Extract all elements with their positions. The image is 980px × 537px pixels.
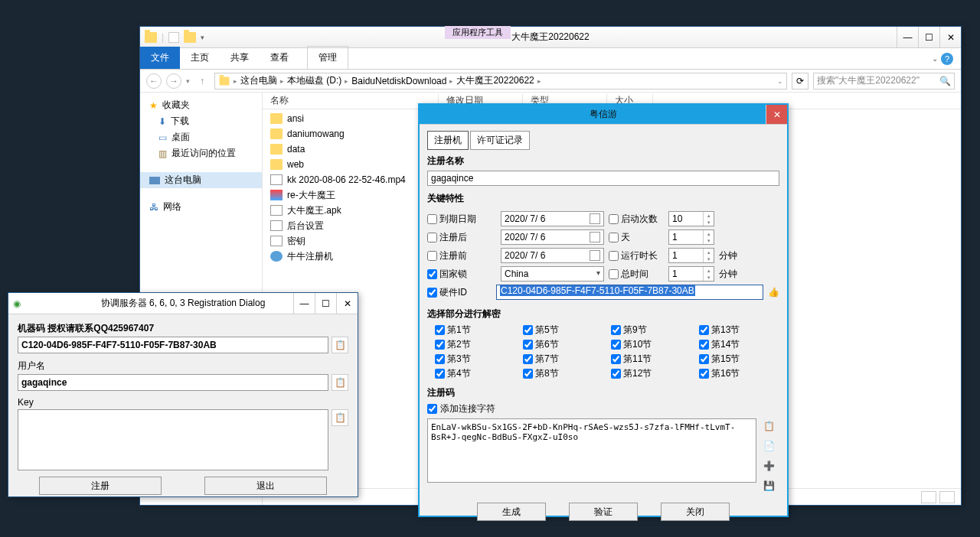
tab-keygen[interactable]: 注册机 [427, 131, 469, 150]
hwid-checkbox[interactable] [427, 288, 437, 298]
hyphen-checkbox[interactable]: 添加连接字符 [427, 402, 779, 415]
add-button[interactable]: ➕ [761, 458, 776, 474]
total-input[interactable]: 1▴▾ [668, 266, 714, 282]
spin-down-icon[interactable]: ▾ [704, 219, 714, 226]
forward-button[interactable]: → [166, 73, 181, 89]
section-checkbox[interactable]: 第2节 [435, 338, 508, 351]
qat-icon[interactable] [168, 32, 179, 43]
folder-icon[interactable] [184, 32, 196, 43]
section-checkbox[interactable]: 第8节 [523, 367, 596, 380]
launches-input[interactable]: 10▴▾ [668, 211, 714, 226]
col-name[interactable]: 名称 [263, 94, 439, 107]
days-checkbox[interactable] [609, 233, 619, 242]
before-date-input[interactable]: 2020/ 7/ 6 [501, 248, 604, 263]
section-checkbox[interactable]: 第13节 [699, 324, 772, 337]
view-icons-button[interactable] [939, 491, 955, 503]
spin-down-icon[interactable]: ▾ [704, 274, 714, 281]
generate-button[interactable]: 生成 [477, 503, 546, 521]
copy-button[interactable]: 📋 [761, 418, 776, 434]
after-date-input[interactable]: 2020/ 7/ 6 [501, 229, 604, 245]
up-button[interactable]: ↑ [194, 73, 210, 89]
hwid-input[interactable]: C120-04D6-985F-F4F7-5110-F05F-7B87-30AB [496, 285, 763, 300]
tab-file[interactable]: 文件 [140, 47, 180, 69]
sidebar-network[interactable]: 🖧网络 [140, 199, 262, 215]
back-button[interactable]: ← [146, 73, 162, 89]
search-icon[interactable]: 🔍 [939, 76, 951, 86]
view-details-button[interactable] [921, 491, 936, 503]
refresh-button[interactable]: ⟳ [792, 73, 808, 90]
country-checkbox[interactable] [427, 269, 437, 279]
tab-view[interactable]: 查看 [260, 47, 299, 69]
close-button[interactable]: ✕ [939, 27, 961, 47]
close-button[interactable]: ✕ [766, 105, 787, 124]
search-input[interactable]: 搜索"大牛魔王20220622" 🔍 [813, 73, 955, 90]
crumb[interactable]: 大牛魔王20220622 [456, 74, 534, 87]
crumb[interactable]: 本地磁盘 (D:) [287, 74, 341, 87]
sidebar-this-pc[interactable]: 这台电脑 [140, 172, 262, 188]
exit-button[interactable]: 退出 [204, 477, 327, 495]
section-checkbox[interactable]: 第10节 [611, 338, 684, 351]
spin-up-icon[interactable]: ▴ [704, 267, 714, 274]
maximize-button[interactable]: ☐ [918, 27, 939, 47]
tab-manage[interactable]: 管理 [307, 46, 348, 69]
section-checkbox[interactable]: 第11节 [611, 353, 684, 366]
section-checkbox[interactable]: 第15节 [699, 353, 772, 366]
keygen-titlebar[interactable]: 粤信游 ✕ [420, 105, 787, 125]
calendar-icon[interactable] [590, 250, 600, 261]
section-checkbox[interactable]: 第3节 [435, 353, 508, 366]
spin-up-icon[interactable]: ▴ [704, 212, 714, 219]
section-checkbox[interactable]: 第14节 [699, 338, 772, 351]
copy-button[interactable]: 📋 [332, 337, 348, 353]
machine-code-input[interactable] [18, 337, 328, 353]
export-button[interactable]: 📄 [761, 438, 776, 454]
spin-up-icon[interactable]: ▴ [704, 249, 714, 255]
paste-button[interactable]: 📋 [332, 374, 348, 391]
chevron-right-icon[interactable]: ▸ [234, 77, 237, 85]
section-checkbox[interactable]: 第1节 [435, 324, 508, 337]
section-checkbox[interactable]: 第5节 [523, 324, 596, 337]
calendar-icon[interactable] [590, 232, 600, 242]
verify-button[interactable]: 验证 [569, 503, 638, 521]
ribbon-expand-icon[interactable]: ⌄ [932, 54, 938, 63]
minimize-button[interactable]: — [897, 27, 918, 47]
address-dropdown-icon[interactable]: ⌄ [777, 77, 783, 85]
history-dropdown-icon[interactable]: ▾ [186, 77, 190, 85]
hwid-action-icon[interactable]: 👍 [768, 287, 779, 298]
reg-name-input[interactable] [427, 171, 779, 186]
chevron-right-icon[interactable]: ▸ [449, 77, 453, 85]
section-checkbox[interactable]: 第16节 [699, 367, 772, 380]
chevron-right-icon[interactable]: ▸ [280, 77, 284, 85]
tab-share[interactable]: 共享 [220, 47, 260, 69]
register-button[interactable]: 注册 [39, 477, 162, 495]
sidebar-desktop[interactable]: ▭桌面 [140, 129, 262, 145]
key-input[interactable] [18, 409, 328, 470]
crumb[interactable]: BaiduNetdiskDownload [351, 76, 446, 86]
help-icon[interactable]: ? [941, 53, 953, 65]
save-button[interactable]: 💾 [761, 478, 776, 493]
section-checkbox[interactable]: 第7节 [523, 353, 596, 366]
after-checkbox[interactable] [427, 233, 437, 242]
maximize-button[interactable]: ☐ [315, 293, 336, 314]
spin-up-icon[interactable]: ▴ [704, 230, 714, 237]
section-checkbox[interactable]: 第4节 [435, 367, 508, 380]
explorer-titlebar[interactable]: | ▾ 应用程序工具 大牛魔王20220622 — ☐ ✕ [140, 27, 961, 48]
qat-dropdown-icon[interactable]: ▾ [201, 34, 204, 41]
spin-down-icon[interactable]: ▾ [704, 255, 714, 262]
chevron-right-icon[interactable]: ▸ [537, 77, 541, 85]
breadcrumb[interactable]: ▸ 这台电脑 ▸ 本地磁盘 (D:) ▸ BaiduNetdiskDownloa… [214, 73, 787, 90]
tab-license-records[interactable]: 许可证记录 [470, 131, 530, 150]
section-checkbox[interactable]: 第6节 [523, 338, 596, 351]
tab-home[interactable]: 主页 [180, 47, 220, 69]
sidebar-recent[interactable]: ▥最近访问的位置 [140, 145, 262, 161]
username-input[interactable] [18, 374, 328, 391]
before-checkbox[interactable] [427, 251, 437, 261]
section-checkbox[interactable]: 第12节 [611, 367, 684, 380]
calendar-icon[interactable] [590, 213, 600, 224]
paste-key-button[interactable]: 📋 [332, 409, 348, 426]
spin-down-icon[interactable]: ▾ [704, 237, 714, 244]
crumb[interactable]: 这台电脑 [240, 74, 277, 87]
country-select[interactable]: China [501, 266, 604, 282]
launches-checkbox[interactable] [609, 214, 619, 224]
close-action-button[interactable]: 关闭 [661, 503, 730, 521]
expiry-checkbox[interactable] [427, 214, 437, 224]
